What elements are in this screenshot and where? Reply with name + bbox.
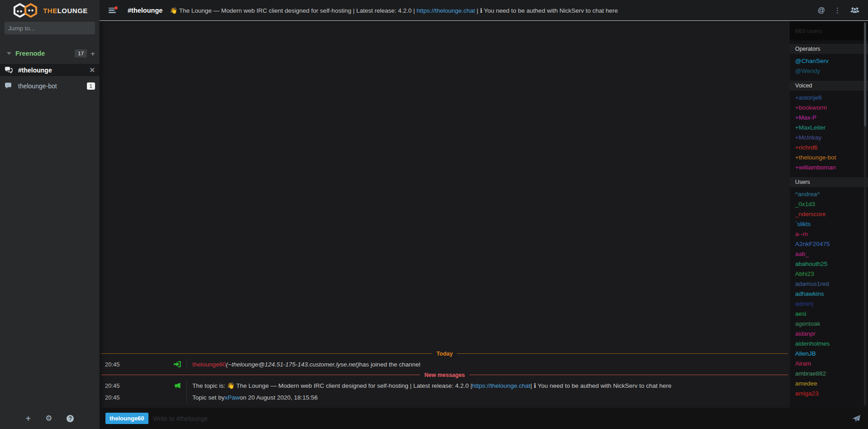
sidebar-item-thelounge[interactable]: #thelounge ✕: [0, 64, 100, 76]
message-gutter: [128, 358, 186, 370]
userlist-item[interactable]: +MaxLeiter: [790, 123, 868, 133]
send-button[interactable]: [852, 415, 861, 422]
message-topic: 20:45 The topic is: 👋 The Lounge — Moder…: [100, 380, 790, 391]
network-name[interactable]: Freenode: [15, 50, 75, 57]
brand-wordmark: THELOUNGE: [43, 7, 88, 14]
userlist-item[interactable]: @Wendy: [790, 66, 868, 76]
userlist-item[interactable]: _0x1d3: [790, 199, 868, 209]
sidebar-item-thelounge-bot[interactable]: thelounge-bot 1: [0, 80, 100, 92]
channel-topic: 👋 The Lounge — Modern web IRC client des…: [170, 7, 812, 14]
userlist-item[interactable]: +thelounge-bot: [790, 153, 868, 163]
nick-xpaw[interactable]: xPaw: [224, 394, 239, 401]
unread-badge: 1: [87, 82, 95, 90]
userlist-item[interactable]: A2nkF20475: [790, 239, 868, 249]
userlist-item[interactable]: amedee: [790, 379, 868, 389]
app-window: THELOUNGE Freenode 17 + #thelounge ✕ the…: [0, 0, 868, 429]
userlist-panel: Operators@ChanServ@WendyVoiced+astorije6…: [790, 21, 868, 408]
topbar: #thelounge 👋 The Lounge — Modern web IRC…: [100, 0, 868, 21]
userlist-item[interactable]: aab_: [790, 249, 868, 259]
nick-thelounge60[interactable]: thelounge60: [192, 361, 226, 368]
message-input[interactable]: [153, 415, 852, 422]
close-icon[interactable]: ✕: [89, 66, 95, 74]
unread-marker: New messages: [100, 370, 790, 380]
userlist-item[interactable]: `slikts: [790, 219, 868, 229]
userlist-item[interactable]: Alram: [790, 359, 868, 369]
gear-icon[interactable]: ⚙: [45, 415, 52, 422]
userlist-group-header: Voiced: [790, 81, 868, 91]
userlist-item[interactable]: aidanpr: [790, 329, 868, 339]
userlist-item[interactable]: aidenholmes: [790, 339, 868, 349]
join-arrow-icon: [173, 361, 181, 367]
kebab-menu-icon[interactable]: ⋮: [834, 6, 841, 14]
send-plane-icon: [852, 415, 861, 422]
topic-link[interactable]: https://thelounge.chat: [417, 7, 475, 14]
message-topic-setby: 20:45 Topic set by xPaw on 20 August 202…: [100, 391, 790, 403]
userlist-item[interactable]: +bookworm: [790, 103, 868, 113]
userlist-item[interactable]: a--m: [790, 229, 868, 239]
userlist-item[interactable]: admin|: [790, 299, 868, 309]
userlist-item[interactable]: agentoak: [790, 319, 868, 329]
userlist-item[interactable]: _nderscore: [790, 209, 868, 219]
userlist-item[interactable]: adamus1red: [790, 279, 868, 289]
message-text: The topic is: 👋 The Lounge — Modern web …: [186, 380, 790, 391]
query-name: thelounge-bot: [18, 82, 87, 90]
userlist-item[interactable]: +richrd6: [790, 143, 868, 153]
userlist-search-input[interactable]: [790, 28, 868, 34]
plus-icon[interactable]: +: [91, 50, 95, 58]
userlist-scrollbar-thumb[interactable]: [864, 22, 866, 126]
jump-to-search[interactable]: [5, 22, 95, 34]
message-join: 20:45 thelounge60 (~thelounge@124.51-175…: [100, 358, 790, 370]
speech-bubble-icon: [5, 82, 14, 89]
date-marker-label: Today: [432, 351, 458, 357]
setby-pre: Topic set by: [192, 394, 224, 401]
topic-msg-link[interactable]: https://thelounge.chat: [472, 382, 530, 389]
userlist-search[interactable]: [790, 21, 868, 40]
network-unread-badge: 17: [75, 49, 87, 58]
userlist-item[interactable]: AllenJB: [790, 349, 868, 359]
topic-msg-pre: The topic is: 👋 The Lounge — Modern web …: [192, 382, 472, 389]
message-gutter: [128, 391, 186, 403]
date-marker-today: Today: [100, 349, 790, 358]
channel-name: #thelounge: [18, 67, 89, 74]
userlist-item[interactable]: +astorije6: [790, 93, 868, 103]
users-group-icon[interactable]: [850, 7, 860, 14]
message-text: thelounge60 (~thelounge@124.51-175-143.c…: [186, 358, 790, 370]
sidebar-footer: + ⚙ ?: [0, 408, 100, 429]
message-input-bar: thelounge60: [100, 408, 868, 429]
jump-to-input[interactable]: [5, 25, 92, 32]
brand-lounge: LOUNGE: [57, 7, 88, 14]
network-row-freenode[interactable]: Freenode 17 +: [0, 47, 100, 60]
message-text: Topic set by xPaw on 20 August 2020, 18:…: [186, 391, 790, 403]
topic-text-post: | ℹ You need to be authed with NickServ …: [475, 7, 618, 14]
app-logo: THELOUNGE: [0, 0, 100, 21]
left-sidebar: THELOUNGE Freenode 17 + #thelounge ✕ the…: [0, 0, 100, 429]
userlist-item[interactable]: +williamboman: [790, 163, 868, 173]
chat-bubbles-icon: [5, 67, 14, 73]
userlist-group-header: Operators: [790, 44, 868, 54]
userlist-item[interactable]: amiga23: [790, 389, 868, 399]
setby-post: on 20 August 2020, 18:15:56: [239, 394, 318, 401]
chevron-down-icon[interactable]: [7, 52, 11, 55]
join-hostmask: (~thelounge@124.51-175-143.customer.lyse…: [226, 361, 359, 368]
topic-msg-post: | ℹ You need to be authed with NickServ …: [530, 382, 672, 389]
userlist-item[interactable]: aesi: [790, 309, 868, 319]
unread-marker-label: New messages: [420, 372, 470, 378]
userlist-item[interactable]: ambrae882: [790, 369, 868, 379]
userlist-item[interactable]: ^andrea^: [790, 189, 868, 199]
userlist-item[interactable]: abahouth25: [790, 259, 868, 269]
join-action-text: has joined the channel: [359, 361, 420, 368]
add-network-button[interactable]: +: [26, 414, 31, 423]
hamburger-menu-icon[interactable]: [109, 8, 117, 13]
topbar-actions: @ ⋮: [818, 6, 860, 14]
chat-window[interactable]: Today 20:45 thelounge60 (~thelounge@124.…: [100, 21, 790, 408]
userlist-item[interactable]: Abhi23: [790, 269, 868, 279]
mentions-at-icon[interactable]: @: [818, 6, 825, 14]
userlist-item[interactable]: +McInkay: [790, 133, 868, 143]
help-icon[interactable]: ?: [67, 415, 74, 422]
userlist-group-header: Users: [790, 177, 868, 187]
userlist-item[interactable]: adhawkins: [790, 289, 868, 299]
userlist-item[interactable]: @ChanServ: [790, 56, 868, 66]
notification-dot: [114, 6, 118, 10]
userlist-item[interactable]: +Max-P: [790, 113, 868, 123]
current-nick-button[interactable]: thelounge60: [105, 413, 148, 424]
